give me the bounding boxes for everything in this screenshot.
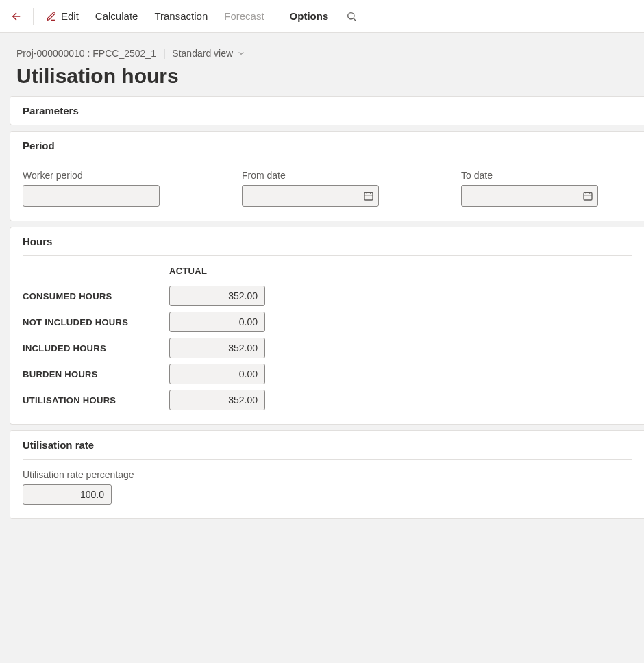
transaction-button[interactable]: Transaction [147, 6, 214, 26]
breadcrumb-divider: | [160, 48, 168, 59]
chevron-down-icon[interactable] [237, 49, 245, 58]
calendar-icon[interactable] [363, 190, 374, 201]
from-date-input-wrap [242, 185, 379, 207]
worker-period-input[interactable] [29, 186, 153, 206]
rate-card: Utilisation rate Utilisation rate percen… [10, 430, 644, 519]
arrow-left-icon [10, 10, 23, 23]
burden-hours-value[interactable]: 0.00 [169, 364, 265, 384]
parameters-header[interactable]: Parameters [10, 97, 644, 125]
period-card: Period Worker period From date [10, 131, 644, 221]
pencil-icon [46, 11, 57, 22]
options-label: Options [290, 10, 329, 22]
hours-header[interactable]: Hours [10, 227, 644, 255]
calculate-button[interactable]: Calculate [88, 6, 145, 26]
calculate-label: Calculate [95, 10, 138, 22]
rate-percentage-label: Utilisation rate percentage [23, 469, 632, 480]
utilisation-hours-value[interactable]: 352.00 [169, 390, 265, 410]
page-title: Utilisation hours [16, 64, 628, 88]
included-hours-value[interactable]: 352.00 [169, 338, 265, 358]
back-button[interactable] [8, 8, 25, 25]
worker-period-field: Worker period [23, 170, 160, 207]
cards-area: Parameters Period Worker period From dat… [0, 96, 644, 519]
breadcrumb: Proj-000000010 : FPCC_2502_1 | Standard … [16, 48, 628, 59]
consumed-hours-value[interactable]: 352.00 [169, 286, 265, 306]
to-date-input-wrap [461, 185, 598, 207]
to-date-label: To date [461, 170, 598, 181]
not-included-hours-label: NOT INCLUDED HOURS [23, 317, 160, 327]
from-date-field: From date [242, 170, 379, 207]
calendar-icon[interactable] [582, 190, 593, 201]
utilisation-hours-label: UTILISATION HOURS [23, 395, 160, 405]
toolbar-separator [277, 8, 277, 25]
from-date-input[interactable] [248, 186, 373, 206]
svg-rect-1 [364, 192, 373, 200]
to-date-field: To date [461, 170, 598, 207]
from-date-label: From date [242, 170, 379, 181]
forecast-label: Forecast [224, 10, 264, 22]
worker-period-input-wrap [23, 185, 160, 207]
options-button[interactable]: Options [283, 6, 336, 26]
forecast-button: Forecast [217, 6, 271, 26]
not-included-hours-value[interactable]: 0.00 [169, 312, 265, 332]
toolbar: Edit Calculate Transaction Forecast Opti… [0, 0, 644, 33]
svg-rect-2 [584, 192, 592, 200]
consumed-hours-label: CONSUMED HOURS [23, 291, 160, 301]
hours-column-actual: ACTUAL [169, 266, 265, 280]
period-header[interactable]: Period [10, 132, 644, 160]
edit-button[interactable]: Edit [39, 6, 86, 26]
search-icon [346, 11, 357, 22]
toolbar-separator [33, 8, 34, 25]
hours-table: ACTUAL CONSUMED HOURS 352.00 NOT INCLUDE… [23, 266, 632, 410]
parameters-card: Parameters [10, 96, 644, 125]
edit-label: Edit [61, 10, 79, 22]
breadcrumb-view[interactable]: Standard view [172, 48, 233, 59]
rate-percentage-value[interactable]: 100.0 [23, 484, 112, 505]
hours-card: Hours ACTUAL CONSUMED HOURS 352.00 NOT I… [10, 227, 644, 425]
transaction-label: Transaction [154, 10, 208, 22]
breadcrumb-project: Proj-000000010 : FPCC_2502_1 [16, 48, 156, 59]
search-button[interactable] [343, 8, 360, 25]
burden-hours-label: BURDEN HOURS [23, 369, 160, 379]
page-header: Proj-000000010 : FPCC_2502_1 | Standard … [0, 33, 644, 96]
included-hours-label: INCLUDED HOURS [23, 343, 160, 353]
rate-header[interactable]: Utilisation rate [10, 431, 644, 459]
to-date-input[interactable] [467, 186, 592, 206]
worker-period-label: Worker period [23, 170, 160, 181]
svg-point-0 [348, 12, 354, 18]
